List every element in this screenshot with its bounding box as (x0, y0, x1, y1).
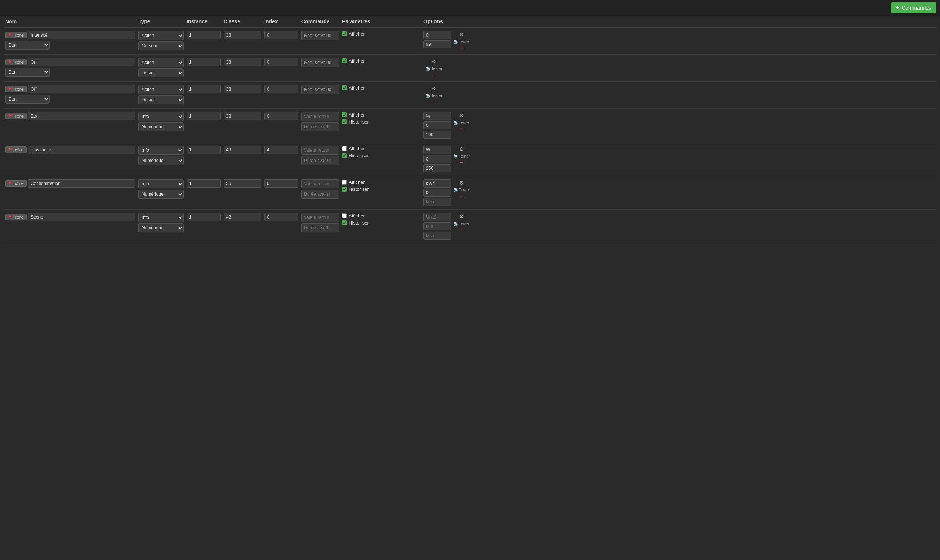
icone-button[interactable]: Icône (5, 214, 27, 220)
instance-input[interactable] (186, 146, 220, 154)
unit-input-2[interactable] (423, 40, 451, 48)
tester-button[interactable]: Tester (453, 39, 470, 44)
max-input[interactable] (423, 131, 451, 139)
name-input[interactable] (28, 179, 136, 188)
afficher-checkbox[interactable] (342, 31, 347, 36)
tester-button[interactable]: Tester (453, 154, 470, 158)
gear-button[interactable]: ⚙ (453, 213, 470, 220)
afficher-checkbox[interactable] (342, 58, 347, 63)
remove-button[interactable]: − (453, 45, 470, 51)
index-input[interactable] (264, 213, 298, 221)
unit-input[interactable] (423, 179, 451, 188)
historiser-checkbox[interactable] (342, 153, 347, 158)
subtype-select[interactable]: Défaut Curseur (139, 68, 183, 77)
type-select[interactable]: Info Action (139, 179, 183, 188)
gear-button[interactable]: ⚙ (425, 58, 442, 65)
historiser-checkbox[interactable] (342, 187, 347, 192)
remove-button[interactable]: − (425, 99, 442, 105)
icone-button[interactable]: Icône (5, 180, 27, 187)
duree-avant-input[interactable] (301, 190, 339, 198)
state-select[interactable]: Etat (5, 41, 49, 49)
historiser-checkbox[interactable] (342, 220, 347, 225)
classe-input[interactable] (223, 58, 261, 66)
unit-input[interactable] (423, 146, 451, 154)
state-select[interactable]: Etat (5, 68, 49, 77)
gear-button[interactable]: ⚙ (425, 85, 442, 92)
max-input[interactable] (423, 232, 451, 240)
classe-input[interactable] (223, 85, 261, 93)
commande-input[interactable] (301, 31, 339, 40)
gear-button[interactable]: ⚙ (453, 31, 470, 38)
unit-input-1[interactable] (423, 31, 451, 39)
max-input[interactable] (423, 198, 451, 206)
type-select[interactable]: Info Action (139, 112, 183, 121)
remove-button[interactable]: − (453, 194, 470, 199)
subtype-select[interactable]: Défaut Curseur (139, 95, 183, 104)
valeur-retour-input[interactable] (301, 112, 339, 121)
duree-avant-input[interactable] (301, 156, 339, 165)
type-select[interactable]: Info Action (139, 146, 183, 155)
duree-avant-input[interactable] (301, 223, 339, 232)
remove-button[interactable]: − (453, 160, 470, 166)
classe-input[interactable] (223, 112, 261, 120)
instance-input[interactable] (186, 213, 220, 221)
subtype-select[interactable]: Numérique Binaire (139, 223, 183, 232)
tester-button[interactable]: Tester (425, 66, 442, 71)
subtype-select[interactable]: Numérique Binaire (139, 122, 183, 131)
min-input[interactable] (423, 122, 451, 129)
valeur-retour-input[interactable] (301, 179, 339, 188)
afficher-checkbox[interactable] (342, 85, 347, 90)
afficher-checkbox[interactable] (342, 180, 347, 185)
subtype-select[interactable]: Curseur Défaut (139, 42, 183, 50)
unit-input[interactable] (423, 213, 451, 221)
name-input[interactable] (28, 112, 136, 120)
name-input[interactable] (28, 31, 136, 39)
unit-input[interactable] (423, 112, 451, 120)
historiser-checkbox[interactable] (342, 120, 347, 124)
name-input[interactable] (28, 85, 136, 93)
tester-button[interactable]: Tester (453, 221, 470, 226)
instance-input[interactable] (186, 112, 220, 120)
name-input[interactable] (28, 146, 136, 154)
classe-input[interactable] (223, 31, 261, 39)
index-input[interactable] (264, 31, 298, 39)
instance-input[interactable] (186, 58, 220, 66)
icone-button[interactable]: Icône (5, 146, 27, 153)
type-select[interactable]: Action Info (139, 31, 183, 40)
subtype-select[interactable]: Numérique Binaire (139, 156, 183, 165)
name-input[interactable] (28, 213, 136, 221)
index-input[interactable] (264, 85, 298, 93)
index-input[interactable] (264, 58, 298, 66)
instance-input[interactable] (186, 31, 220, 39)
classe-input[interactable] (223, 179, 261, 188)
min-input[interactable] (423, 222, 451, 231)
commandes-button[interactable]: Commandes (891, 2, 936, 13)
commande-input[interactable] (301, 85, 339, 94)
remove-button[interactable]: − (425, 72, 442, 78)
state-select[interactable]: Etat (5, 95, 49, 103)
afficher-checkbox[interactable] (342, 214, 347, 218)
tester-button[interactable]: Tester (453, 120, 470, 125)
type-select[interactable]: Action Info (139, 58, 183, 67)
afficher-checkbox[interactable] (342, 112, 347, 117)
remove-button[interactable]: − (453, 227, 470, 233)
valeur-retour-input[interactable] (301, 146, 339, 155)
gear-button[interactable]: ⚙ (453, 179, 470, 186)
index-input[interactable] (264, 146, 298, 154)
remove-button[interactable]: − (453, 126, 470, 132)
icone-button[interactable]: Icône (5, 113, 27, 120)
type-select[interactable]: Action Info (139, 85, 183, 94)
afficher-checkbox[interactable] (342, 146, 347, 151)
subtype-select[interactable]: Numérique Binaire (139, 190, 183, 198)
icone-button[interactable]: Icône (5, 86, 27, 92)
icone-button[interactable]: Icône (5, 32, 27, 38)
classe-input[interactable] (223, 146, 261, 154)
instance-input[interactable] (186, 85, 220, 93)
gear-button[interactable]: ⚙ (453, 112, 470, 119)
commande-input[interactable] (301, 58, 339, 67)
min-input[interactable] (423, 155, 451, 163)
name-input[interactable] (28, 58, 136, 66)
index-input[interactable] (264, 179, 298, 188)
type-select[interactable]: Info Action (139, 213, 183, 222)
index-input[interactable] (264, 112, 298, 120)
